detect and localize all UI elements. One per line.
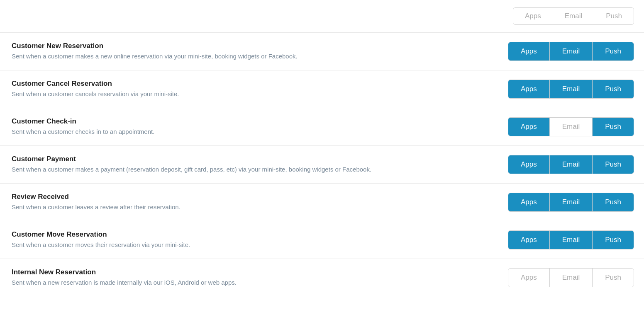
row-button-group: AppsEmailPush [508,80,634,99]
row-apps-button[interactable]: Apps [508,42,550,61]
row-btn-group: AppsEmailPush [508,117,634,136]
row-text: Customer Check-inSent when a customer ch… [12,117,508,136]
row-button-group: AppsEmailPush [508,117,634,136]
notification-row: Customer PaymentSent when a customer mak… [0,146,644,184]
row-apps-button[interactable]: Apps [508,118,550,136]
row-push-button[interactable]: Push [593,42,634,61]
row-text: Customer New ReservationSent when a cust… [12,42,508,61]
notification-row: Customer Check-inSent when a customer ch… [0,108,644,146]
row-text: Customer PaymentSent when a customer mak… [12,155,508,174]
row-text: Internal New ReservationSent when a new … [12,268,508,287]
row-apps-button[interactable]: Apps [508,269,550,287]
row-email-button[interactable]: Email [550,155,593,174]
row-email-button[interactable]: Email [550,269,593,287]
row-btn-group: AppsEmailPush [508,268,634,287]
row-push-button[interactable]: Push [593,269,634,287]
row-text: Customer Move ReservationSent when a cus… [12,230,508,249]
row-btn-group: AppsEmailPush [508,155,634,174]
row-title: Customer Payment [12,155,491,163]
row-title: Review Received [12,193,491,201]
row-title: Customer Check-in [12,117,491,126]
row-btn-group: AppsEmailPush [508,42,634,61]
toggle-all-apps-button[interactable]: Apps [513,8,553,24]
row-title: Customer Move Reservation [12,230,491,239]
toggle-all-push-button[interactable]: Push [594,8,634,24]
row-text: Review ReceivedSent when a customer leav… [12,193,508,212]
row-description: Sent when a new reservation is made inte… [12,278,491,287]
notification-rows: Customer New ReservationSent when a cust… [0,33,644,296]
notifications-settings-panel: AppsEmailPush Customer New ReservationSe… [0,0,644,334]
row-apps-button[interactable]: Apps [508,231,550,249]
row-description: Sent when a customer makes a payment (re… [12,165,491,174]
row-text: Customer Cancel ReservationSent when a c… [12,80,508,99]
row-button-group: AppsEmailPush [508,42,634,61]
row-push-button[interactable]: Push [593,193,634,211]
row-push-button[interactable]: Push [593,118,634,136]
row-email-button[interactable]: Email [550,118,593,136]
row-description: Sent when a customer moves their reserva… [12,240,491,249]
header-button-group: AppsEmailPush [513,7,634,25]
row-description: Sent when a customer cancels reservation… [12,90,491,99]
row-email-button[interactable]: Email [550,80,593,98]
row-apps-button[interactable]: Apps [508,193,550,211]
toggle-all-btn-group: AppsEmailPush [513,7,634,25]
row-btn-group: AppsEmailPush [508,80,634,99]
row-apps-button[interactable]: Apps [508,80,550,98]
row-title: Internal New Reservation [12,268,491,276]
toggle-all-email-button[interactable]: Email [553,8,595,24]
row-email-button[interactable]: Email [550,42,593,61]
row-btn-group: AppsEmailPush [508,230,634,249]
row-button-group: AppsEmailPush [508,155,634,174]
row-button-group: AppsEmailPush [508,193,634,212]
row-title: Customer Cancel Reservation [12,80,491,88]
row-title: Customer New Reservation [12,42,491,50]
notification-row: Customer Cancel ReservationSent when a c… [0,70,644,108]
row-apps-button[interactable]: Apps [508,155,550,174]
header-row: AppsEmailPush [0,0,644,33]
row-button-group: AppsEmailPush [508,268,634,287]
notification-row: Customer Move ReservationSent when a cus… [0,221,644,259]
row-email-button[interactable]: Email [550,231,593,249]
row-push-button[interactable]: Push [593,155,634,174]
notification-row: Customer New ReservationSent when a cust… [0,33,644,70]
row-btn-group: AppsEmailPush [508,193,634,212]
row-description: Sent when a customer leaves a review aft… [12,203,491,212]
row-button-group: AppsEmailPush [508,230,634,249]
row-description: Sent when a customer checks in to an app… [12,127,491,136]
row-description: Sent when a customer makes a new online … [12,52,491,61]
notification-row: Internal New ReservationSent when a new … [0,259,644,296]
notification-row: Review ReceivedSent when a customer leav… [0,184,644,221]
row-push-button[interactable]: Push [593,80,634,98]
row-email-button[interactable]: Email [550,193,593,211]
row-push-button[interactable]: Push [593,231,634,249]
